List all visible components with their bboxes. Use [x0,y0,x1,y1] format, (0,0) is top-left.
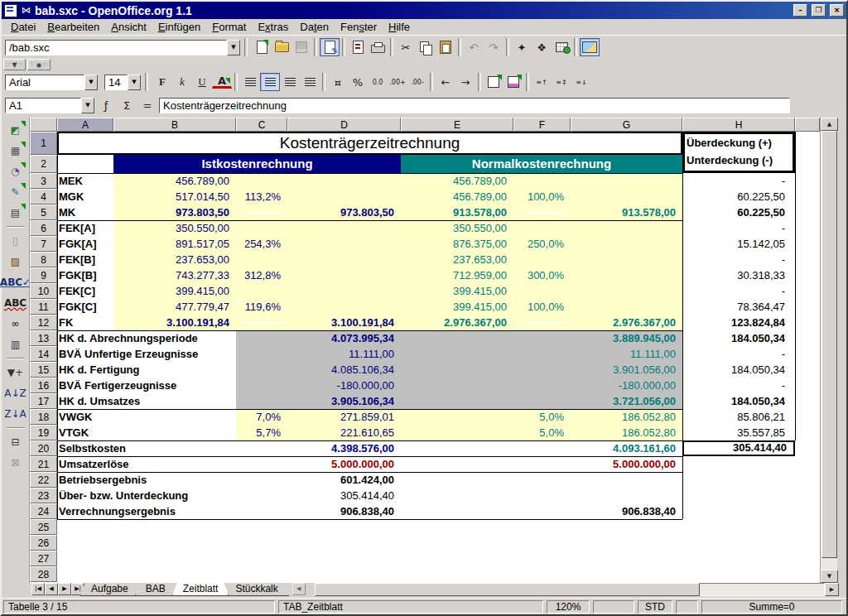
cell-B6[interactable]: 350.550,00 [113,220,229,236]
new-document-icon[interactable] [252,38,272,56]
name-box-dropdown-button[interactable]: ▼ [81,98,94,113]
menu-bearbeiten[interactable]: Bearbeiten [41,20,105,34]
insert-object-icon[interactable]: ◩ [5,120,26,140]
menu-daten[interactable]: Daten [294,20,335,34]
cell-H8[interactable]: - [682,252,785,267]
cell-H15[interactable]: 184.050,34 [682,362,785,378]
cell-H11[interactable]: 78.364,47 [682,299,785,315]
select-all-corner[interactable] [30,118,57,132]
align-bottom-button[interactable]: ≡↓ [571,73,591,91]
align-right-button[interactable] [280,73,300,91]
menu-fenster[interactable]: Fenster [335,20,383,34]
cell-A7[interactable]: FGK[A] [59,236,113,252]
cell-C11[interactable]: 119,6% [236,299,281,315]
data-sources-icon[interactable]: ▥ [5,334,26,354]
close-button[interactable]: × [830,4,844,17]
menu-format[interactable]: Format [206,20,252,34]
cell-H13[interactable]: 184.050,34 [682,330,785,346]
cell-A20[interactable]: Selbstkosten [59,440,236,456]
cell-E11[interactable]: 399.415,00 [401,299,507,315]
cell-F7[interactable]: 250,0% [513,236,564,252]
ueberdeckung-header-box[interactable]: Überdeckung (+)Unterdeckung (-) [682,132,795,173]
row-header-22[interactable]: 22 [30,472,57,488]
cell-E10[interactable]: 399.415,00 [401,283,507,299]
cell-E5[interactable]: 913.578,00 [401,205,507,220]
cell-E8[interactable]: 237.653,00 [401,252,507,267]
cell-G20[interactable]: 4.093.161,60 [571,440,676,456]
cell-D12[interactable]: 3.100.191,84 [287,315,394,330]
underline-button[interactable]: U [192,73,212,91]
hyperlink-dropdown-icon[interactable]: ▼ [12,61,17,69]
print-icon[interactable] [368,38,388,56]
row-header-7[interactable]: 7 [30,236,57,252]
cell-A8[interactable]: FEK[B] [59,252,113,267]
cell-G13[interactable]: 3.889.945,00 [571,330,676,346]
number-currency-button[interactable]: ¤ [328,73,348,91]
cell-F19[interactable]: 5,0% [513,425,564,440]
cell-D13[interactable]: 4.073.995,34 [287,330,394,346]
function-wizard-icon[interactable]: ƒ [97,97,115,115]
sort-descending-icon[interactable]: Z↓A [5,404,26,424]
tab-stckkalk[interactable]: Stückkalk [224,583,288,596]
add-decimal-button[interactable]: .00+ [388,73,407,91]
draw-functions-icon[interactable]: ✎ [5,182,26,202]
align-top-button[interactable]: ≡↑ [532,73,552,91]
cell-D22[interactable]: 601.424,00 [287,472,394,488]
row-header-13[interactable]: 13 [30,330,57,346]
font-name-field[interactable]: Arial [5,75,84,90]
number-standard-button[interactable]: 0.0 [368,73,388,91]
tab-aufgabe[interactable]: Aufgabe [80,583,139,596]
cell-H16[interactable]: - [682,378,785,393]
cell-F9[interactable]: 300,0% [513,267,564,283]
cell-C19[interactable]: 5,7% [236,425,281,440]
row-header-15[interactable]: 15 [30,362,57,378]
cell-H20-result-box[interactable]: 305.414,40 [682,440,795,456]
cell-G17[interactable]: 3.721.056,00 [571,393,676,409]
tab-zeitblatt[interactable]: Zeitblatt [172,583,229,596]
cell-B5[interactable]: 973.803,50 [113,205,229,220]
cell-A4[interactable]: MGK [59,189,113,205]
italic-button[interactable]: k [172,73,192,91]
align-justify-button[interactable] [300,73,320,91]
scroll-right-button[interactable]: ▶ [825,583,839,596]
align-center-button[interactable] [260,73,280,91]
cell-A10[interactable]: FEK[C] [59,283,113,299]
hyperlink-bar-group-1[interactable]: ∷ ▼ ∷ [3,59,26,70]
align-middle-button[interactable]: ≡↕ [552,73,571,91]
cell-G24[interactable]: 906.838,40 [571,503,676,519]
first-sheet-button[interactable]: |◀ [31,583,45,595]
row-header-9[interactable]: 9 [30,267,57,283]
column-header-G[interactable]: G [571,118,682,132]
cell-A6[interactable]: FEK[A] [59,220,113,236]
cell-A24[interactable]: Verrechnungsergebnis [59,503,236,519]
cell-A15[interactable]: HK d. Fertigung [59,362,236,378]
row-header-24[interactable]: 24 [30,503,57,519]
cell-E12[interactable]: 2.976.367,00 [401,315,507,330]
menu-datei[interactable]: Datei [5,20,41,34]
cell-D15[interactable]: 4.085.106,34 [287,362,394,378]
tab-scroll-left-button[interactable]: ◀ [292,583,306,595]
scroll-up-button[interactable]: ▲ [821,118,838,131]
row-header-18[interactable]: 18 [30,409,57,425]
cell-D19[interactable]: 221.610,65 [287,425,394,440]
cell-D14[interactable]: 11.111,00 [287,346,394,362]
cell-A5[interactable]: MK [59,205,113,220]
cell-B10[interactable]: 399.415,00 [113,283,229,299]
cell-B3[interactable]: 456.789,00 [113,173,229,189]
menu-extras[interactable]: Extras [252,20,294,34]
cell-D20[interactable]: 4.398.576,00 [287,440,394,456]
url-field[interactable]: /bab.sxc [5,40,227,55]
cell-D24[interactable]: 906.838,40 [287,503,394,519]
cell-F18[interactable]: 5,0% [513,409,564,425]
font-size-dropdown-button[interactable]: ▼ [128,75,141,90]
vertical-scroll-thumb[interactable] [822,131,837,558]
cell-G15[interactable]: 3.901.056,00 [571,362,676,378]
row-header-3[interactable]: 3 [30,173,57,189]
row-header-2[interactable]: 2 [30,155,57,173]
cell-A3[interactable]: MEK [59,173,113,189]
split-window-icon[interactable]: ⊟ [5,432,26,452]
cell-A13[interactable]: HK d. Abrechnungsperiode [59,330,236,346]
insert-chart-icon[interactable]: ◔ [5,161,26,181]
navigator-icon[interactable]: ✦ [512,38,532,56]
cell-H3[interactable]: - [682,173,785,189]
